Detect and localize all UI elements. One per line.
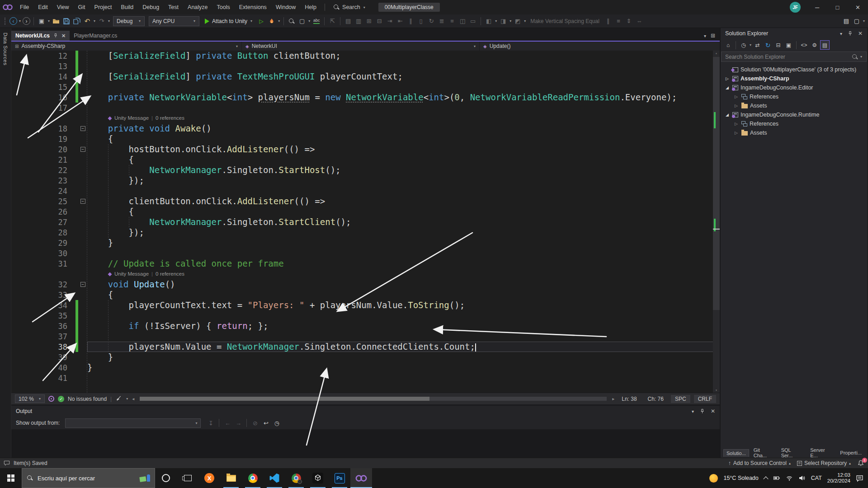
code-line[interactable]: 20− hostButton.onClick.AddListener(() => <box>11 144 720 155</box>
scroll-up-icon[interactable]: ▴ <box>713 51 720 55</box>
code-line[interactable]: 22 NetworkManager.Singleton.StartHost(); <box>11 165 720 175</box>
feedback-icon[interactable] <box>4 460 10 466</box>
menu-analyze[interactable]: Analyze <box>183 0 212 14</box>
collapsed-icon[interactable]: ▷ <box>733 122 739 126</box>
code-line[interactable]: 28 }); <box>11 227 720 238</box>
step-over-icon[interactable]: ≡ <box>448 16 457 26</box>
code-line[interactable]: 40} <box>11 362 720 373</box>
menu-build[interactable]: Build <box>116 0 138 14</box>
panel-tab-3[interactable]: Server E... <box>807 446 835 459</box>
align-top-icon[interactable]: ◩ <box>513 16 522 26</box>
spacing-icon-2[interactable]: ≡ <box>614 16 623 26</box>
add-to-source-icon[interactable]: ▤ <box>842 16 851 26</box>
expanded-icon[interactable]: ◢ <box>724 85 730 90</box>
word-wrap-icon[interactable]: ↩ <box>261 420 270 427</box>
codelens-references[interactable]: 0 references <box>156 113 184 123</box>
menu-window[interactable]: Window <box>271 0 300 14</box>
breadcrumb-project[interactable]: ⊞ Assembly-CSharp ▾ <box>11 42 242 51</box>
spacing-icon-4[interactable]: ⇔ <box>635 16 644 26</box>
codelens-info[interactable]: Unity Message|0 references <box>87 269 720 279</box>
code-text[interactable]: { <box>87 206 720 217</box>
code-line[interactable]: 29 } <box>11 238 720 248</box>
code-line[interactable]: 13 <box>11 61 720 71</box>
code-line[interactable]: 18− private void Awake() <box>11 123 720 134</box>
chevron-down-icon[interactable]: ▾ <box>692 409 694 414</box>
code-line[interactable]: 24 <box>11 186 720 196</box>
code-text[interactable]: clientButton.onClick.AddListener(() => <box>87 196 720 206</box>
chevron-down-icon[interactable]: ▾ <box>308 19 311 23</box>
line-ending-indicator[interactable]: CRLF <box>694 395 716 403</box>
volume-icon[interactable] <box>798 474 806 482</box>
user-avatar[interactable]: JF <box>790 2 801 13</box>
next-message-icon[interactable]: → <box>234 420 243 427</box>
tree-item-references[interactable]: ▷References <box>721 119 867 128</box>
spaces-indicator[interactable]: SPC <box>671 395 690 403</box>
codelens-info[interactable]: Unity Message|0 references <box>87 113 720 123</box>
switch-views-icon[interactable]: ⌂ <box>723 40 733 50</box>
scroll-left-icon[interactable]: ◂ <box>132 396 134 401</box>
battery-icon[interactable] <box>773 474 780 482</box>
find-in-files-icon[interactable] <box>287 16 296 26</box>
bookmark-prev-icon[interactable]: ⊟ <box>375 16 384 26</box>
code-text[interactable]: }); <box>87 175 720 186</box>
menu-test[interactable]: Test <box>164 0 183 14</box>
hot-reload-icon[interactable] <box>267 16 276 26</box>
open-file-icon[interactable] <box>52 16 61 26</box>
menu-project[interactable]: Project <box>90 0 117 14</box>
panel-tab-1[interactable]: Git Cha... <box>751 446 777 459</box>
code-text[interactable]: playerCountText.text = "Players: " + pla… <box>87 300 720 310</box>
attach-to-unity-button[interactable]: Attach to Unity▾ <box>202 18 255 24</box>
fold-toggle[interactable]: − <box>78 199 87 204</box>
code-line[interactable]: 33 { <box>11 290 720 300</box>
code-text[interactable]: } <box>87 352 720 362</box>
horizontal-scrollbar[interactable] <box>140 397 607 401</box>
scroll-right-icon[interactable]: ▸ <box>612 396 614 401</box>
undo-icon[interactable]: ↶ <box>83 16 92 26</box>
scrollbar-thumb[interactable] <box>713 57 720 310</box>
collapse-icon[interactable]: − <box>80 282 85 287</box>
pin-icon[interactable] <box>699 408 705 414</box>
data-sources-tab[interactable]: Data Sources <box>3 33 8 458</box>
platform-dropdown[interactable]: Any CPU▾ <box>149 16 199 26</box>
tree-item-ingamedebugconsole-runtime[interactable]: ◢IngameDebugConsole.Runtime <box>721 110 867 119</box>
code-line[interactable]: 14 [SerializeField] private TextMeshProU… <box>11 71 720 82</box>
tree-item-assets[interactable]: ▷Assets <box>721 101 867 110</box>
chevron-down-icon[interactable]: ▾ <box>93 19 96 23</box>
code-text[interactable]: if (!IsServer) { return; }; <box>87 321 720 331</box>
hex-display-icon[interactable]: ▭ <box>468 16 477 26</box>
refresh-icon[interactable]: ↻ <box>763 40 773 50</box>
align-left-icon[interactable]: ◧ <box>484 16 493 26</box>
break-all-icon[interactable]: ∥ <box>406 16 415 26</box>
fold-toggle[interactable]: − <box>78 126 87 131</box>
navigate-backward-icon[interactable]: ‹ <box>9 17 17 25</box>
tree-item-ingamedebugconsole-editor[interactable]: ◢IngameDebugConsole.Editor <box>721 83 867 92</box>
scroll-to-last-icon[interactable]: ↧ <box>206 420 215 427</box>
menu-debug[interactable]: Debug <box>138 0 164 14</box>
send-feedback-icon[interactable]: ▢ <box>852 16 861 26</box>
taskbar-app-unity-hub[interactable] <box>307 468 329 488</box>
code-text[interactable]: [SerializeField] private TextMeshProUGUI… <box>87 71 720 82</box>
collapsed-icon[interactable]: ▷ <box>724 76 730 81</box>
start-without-debugging-icon[interactable]: ▷ <box>257 16 266 26</box>
issues-status[interactable]: No issues found <box>68 396 107 402</box>
menu-edit[interactable]: Edit <box>33 0 52 14</box>
show-hidden-icons-chevron[interactable] <box>763 476 768 481</box>
tab-list-chevron-icon[interactable]: ▾ <box>704 33 706 38</box>
code-line[interactable]: 32− void Update() <box>11 279 720 290</box>
spell-checker-icon[interactable]: abc <box>312 16 321 26</box>
tab-playermanager-cs[interactable]: PlayerManager.cs <box>70 31 121 41</box>
code-line[interactable]: 19 { <box>11 134 720 144</box>
restart-icon[interactable]: ↻ <box>427 16 436 26</box>
uncomment-icon[interactable]: ▥ <box>354 16 363 26</box>
chevron-down-icon[interactable]: ▾ <box>108 19 110 23</box>
code-line[interactable]: 37 <box>11 331 720 342</box>
collapse-icon[interactable]: − <box>80 147 85 152</box>
taskbar-app-visual-studio[interactable] <box>350 468 372 488</box>
timestamp-icon[interactable]: ◷ <box>272 420 281 427</box>
previous-message-icon[interactable]: ← <box>223 420 232 427</box>
step-into-icon[interactable]: ≣ <box>437 16 446 26</box>
menu-help[interactable]: Help <box>300 0 321 14</box>
notifications-button[interactable]: 1 <box>857 460 864 467</box>
weather-sun-icon[interactable] <box>709 474 718 483</box>
code-line[interactable]: 21 { <box>11 155 720 165</box>
